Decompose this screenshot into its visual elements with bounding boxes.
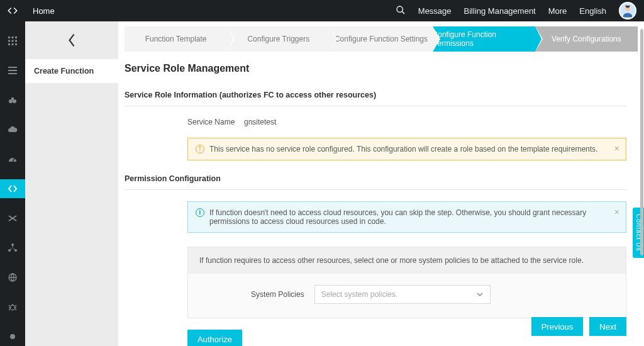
permission-hint: If function requires to access other res… xyxy=(188,247,626,274)
svg-rect-18 xyxy=(11,98,14,100)
warning-icon: ! xyxy=(196,145,204,153)
section-service-role-info: Service Role Information (authorizes FC … xyxy=(125,91,626,106)
system-policies-select[interactable]: Select system policies. xyxy=(314,285,491,304)
nav-message[interactable]: Message xyxy=(418,6,452,16)
svg-point-0 xyxy=(397,6,402,12)
sidebar-gauge-icon[interactable] xyxy=(0,150,25,168)
section-permission-configuration: Permission Configuration xyxy=(125,174,626,190)
warning-text: This service has no service role configu… xyxy=(209,145,597,153)
system-policies-placeholder: Select system policies. xyxy=(321,290,397,299)
svg-rect-9 xyxy=(15,40,17,42)
step-verify-configurations[interactable]: Verify Configurations xyxy=(535,26,638,52)
svg-rect-15 xyxy=(8,73,17,74)
svg-rect-7 xyxy=(8,40,10,42)
svg-line-1 xyxy=(402,11,404,14)
icon-sidebar xyxy=(0,21,25,346)
scrollbar[interactable] xyxy=(640,21,644,346)
nav-billing[interactable]: Billing Management xyxy=(464,6,536,16)
avatar[interactable] xyxy=(619,2,636,20)
sidebar-functions-icon[interactable] xyxy=(0,179,25,198)
info-alert: i If function doesn't need to access clo… xyxy=(187,201,626,233)
back-button[interactable] xyxy=(25,21,118,59)
sidebar-shuffle-icon[interactable] xyxy=(0,209,25,228)
nav-language[interactable]: English xyxy=(579,6,606,16)
svg-rect-6 xyxy=(15,36,17,38)
svg-rect-4 xyxy=(8,36,10,38)
step-configure-function-settings[interactable]: Configure Function Settings xyxy=(330,26,432,52)
nav-more[interactable]: More xyxy=(548,6,567,16)
previous-button[interactable]: Previous xyxy=(531,317,584,336)
sidebar-nodes-icon[interactable] xyxy=(0,239,25,257)
sub-nav: Create Function xyxy=(25,21,118,346)
authorize-button[interactable]: Authorize xyxy=(187,330,242,346)
sidebar-cloud-icon[interactable] xyxy=(0,120,25,138)
permission-box: If function requires to access other res… xyxy=(187,247,626,318)
main-content: Function Template Configure Triggers Con… xyxy=(118,21,644,346)
page-title: Service Role Management xyxy=(125,63,626,74)
svg-rect-11 xyxy=(12,43,14,45)
svg-point-20 xyxy=(11,243,14,246)
subnav-create-function[interactable]: Create Function xyxy=(25,59,118,83)
svg-rect-10 xyxy=(8,43,10,45)
top-bar: Home Message Billing Management More Eng… xyxy=(0,0,644,21)
sidebar-apps-icon[interactable] xyxy=(0,31,25,50)
home-link[interactable]: Home xyxy=(33,6,55,16)
sidebar-bug-icon[interactable] xyxy=(0,298,25,316)
svg-rect-14 xyxy=(8,70,17,71)
chevron-down-icon xyxy=(476,291,484,298)
svg-rect-13 xyxy=(8,67,17,68)
sidebar-globe-icon[interactable] xyxy=(0,269,25,287)
svg-point-25 xyxy=(10,334,15,339)
svg-rect-8 xyxy=(12,40,14,42)
brand-logo[interactable] xyxy=(0,0,25,21)
info-icon: i xyxy=(196,208,204,217)
info-text: If function doesn't need to access cloud… xyxy=(209,208,608,226)
search-icon[interactable] xyxy=(396,5,406,17)
system-policies-label: System Policies xyxy=(251,290,304,299)
service-name-label: Service Name xyxy=(187,118,244,126)
svg-rect-5 xyxy=(12,36,14,38)
sidebar-list-icon[interactable] xyxy=(0,61,25,79)
step-configure-triggers[interactable]: Configure Triggers xyxy=(227,26,330,52)
service-name-value: gnsitetest xyxy=(244,118,276,126)
service-name-row: Service Name gnsitetest xyxy=(187,118,626,126)
close-icon[interactable]: × xyxy=(614,207,619,217)
sidebar-binoculars-icon[interactable] xyxy=(0,91,25,109)
close-icon[interactable]: × xyxy=(614,143,619,153)
step-configure-function-permissions[interactable]: Configure Function Permissions xyxy=(433,26,535,52)
wizard-steps: Function Template Configure Triggers Con… xyxy=(125,26,638,52)
warning-alert: ! This service has no service role confi… xyxy=(187,138,626,160)
svg-point-24 xyxy=(11,305,15,310)
next-button[interactable]: Next xyxy=(589,317,626,336)
sidebar-dot-icon[interactable] xyxy=(0,328,25,346)
svg-rect-12 xyxy=(15,43,17,45)
step-function-template[interactable]: Function Template xyxy=(125,26,227,52)
